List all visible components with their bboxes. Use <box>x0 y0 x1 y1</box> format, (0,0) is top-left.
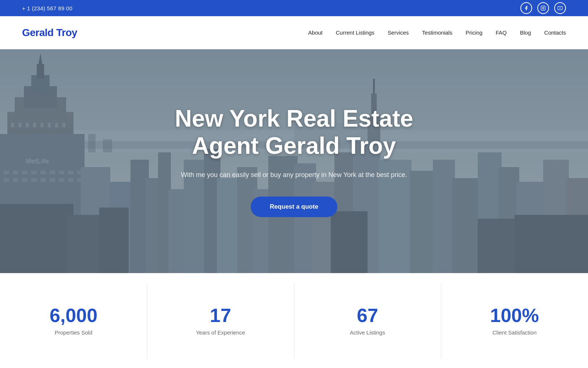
youtube-icon[interactable] <box>554 2 566 14</box>
stat-item-3: 100% Client Satisfaction <box>441 291 588 350</box>
nav-links: About Current Listings Services Testimon… <box>308 29 566 36</box>
social-icons-group <box>520 2 566 14</box>
nav-current-listings[interactable]: Current Listings <box>336 29 374 36</box>
stat-number-3: 100% <box>448 306 581 325</box>
nav-faq[interactable]: FAQ <box>496 29 507 36</box>
divider-1 <box>147 283 147 359</box>
request-quote-button[interactable]: Request a quote <box>251 197 337 217</box>
stat-label-0: Properties Sold <box>7 329 140 336</box>
facebook-icon[interactable] <box>520 2 532 14</box>
stats-section: 6,000 Properties Sold 17 Years of Experi… <box>0 273 588 368</box>
nav-blog[interactable]: Blog <box>520 29 531 36</box>
stat-number-2: 67 <box>301 306 434 325</box>
svg-marker-3 <box>560 7 561 9</box>
stat-number-1: 17 <box>154 306 287 325</box>
stat-label-2: Active Listings <box>301 329 434 336</box>
svg-point-1 <box>542 7 544 9</box>
top-bar: + 1 (234) 567 89 00 <box>0 0 588 16</box>
nav-contacts[interactable]: Contacts <box>544 29 566 36</box>
nav-testimonials[interactable]: Testimonials <box>422 29 452 36</box>
stat-number-0: 6,000 <box>7 306 140 325</box>
brand-logo[interactable]: Gerald Troy <box>22 27 77 39</box>
svg-point-2 <box>544 7 545 7</box>
hero-title: New York Real Estate Agent Gerald Troy <box>143 105 445 159</box>
stat-label-3: Client Satisfaction <box>448 329 581 336</box>
hero-content: New York Real Estate Agent Gerald Troy W… <box>129 105 459 217</box>
navbar: Gerald Troy About Current Listings Servi… <box>0 16 588 49</box>
divider-2 <box>294 283 294 359</box>
nav-services[interactable]: Services <box>388 29 409 36</box>
stat-item-1: 17 Years of Experience <box>147 291 294 350</box>
svg-rect-0 <box>541 6 545 10</box>
phone-number: + 1 (234) 567 89 00 <box>22 5 72 11</box>
divider-3 <box>441 283 441 359</box>
instagram-icon[interactable] <box>537 2 549 14</box>
hero-subtitle: With me you can easily sell or buy any p… <box>143 170 445 180</box>
stat-item-2: 67 Active Listings <box>294 291 441 350</box>
nav-pricing[interactable]: Pricing <box>466 29 483 36</box>
nav-about[interactable]: About <box>308 29 323 36</box>
stat-item-0: 6,000 Properties Sold <box>0 291 147 350</box>
stat-label-1: Years of Experience <box>154 329 287 336</box>
hero-section: MetLife <box>0 49 588 273</box>
